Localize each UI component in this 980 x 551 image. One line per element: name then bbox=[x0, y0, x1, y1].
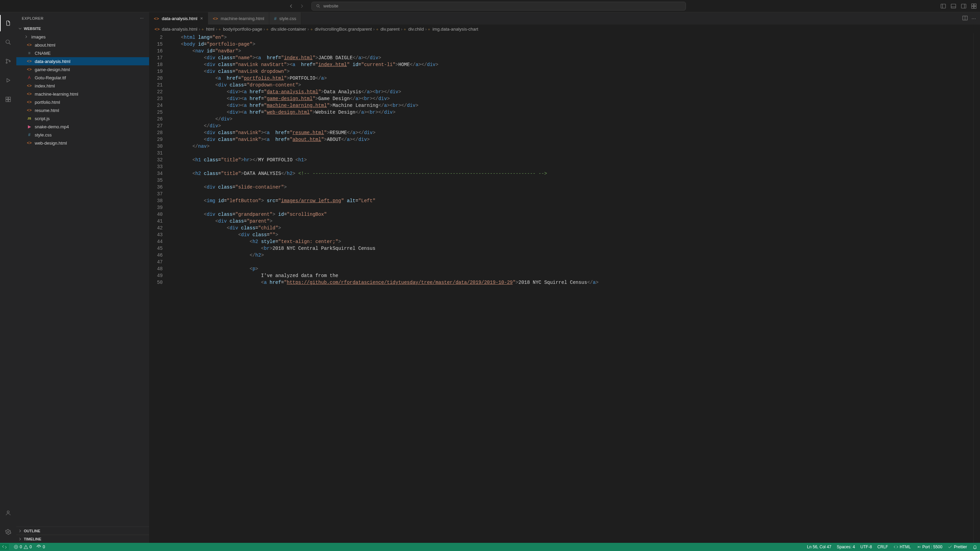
error-icon bbox=[14, 545, 18, 549]
css-icon: # bbox=[274, 16, 277, 21]
svg-point-0 bbox=[317, 5, 319, 7]
file-script[interactable]: JSscript.js bbox=[16, 114, 149, 122]
breadcrumb[interactable]: <> data-analysis.html› ⬦html› ⬦body#port… bbox=[149, 24, 980, 33]
svg-rect-12 bbox=[6, 97, 8, 99]
html-icon: <> bbox=[27, 43, 32, 47]
tab-style-css[interactable]: # style.css bbox=[269, 12, 301, 24]
file-gotu-font[interactable]: AGotu-Regular.ttf bbox=[16, 73, 149, 82]
file-resume[interactable]: <>resume.html bbox=[16, 106, 149, 114]
symbol-icon: ⬦ bbox=[404, 27, 406, 31]
activity-source-control[interactable] bbox=[0, 53, 16, 70]
file-portfolio[interactable]: <>portfolio.html bbox=[16, 98, 149, 106]
folder-images[interactable]: images bbox=[16, 33, 149, 41]
html-icon: <> bbox=[154, 16, 159, 21]
status-live-server[interactable]: Port : 5500 bbox=[916, 545, 943, 549]
warning-icon bbox=[24, 545, 28, 549]
minimap[interactable] bbox=[973, 33, 980, 543]
layout-panel-icon[interactable] bbox=[950, 3, 957, 10]
status-indentation[interactable]: Spaces: 4 bbox=[837, 545, 855, 549]
html-icon: <> bbox=[27, 83, 32, 88]
svg-point-20 bbox=[38, 546, 39, 547]
symbol-icon: ⬦ bbox=[310, 27, 313, 31]
activity-run-debug[interactable] bbox=[0, 72, 16, 89]
status-encoding[interactable]: UTF-8 bbox=[861, 545, 872, 549]
html-icon: <> bbox=[154, 27, 160, 32]
svg-rect-7 bbox=[974, 6, 976, 8]
text-icon: ≡ bbox=[27, 51, 32, 56]
status-eol[interactable]: CRLF bbox=[878, 545, 888, 549]
layout-customize-icon[interactable] bbox=[970, 3, 977, 10]
command-center[interactable]: website bbox=[312, 2, 686, 11]
code-editor[interactable]: 2151617181920212223242526272829303132333… bbox=[149, 33, 980, 543]
titlebar: website bbox=[0, 0, 980, 12]
status-problems[interactable]: 0 0 bbox=[14, 545, 32, 549]
symbol-icon: ⬦ bbox=[202, 27, 204, 31]
search-icon bbox=[316, 4, 321, 8]
more-actions-icon[interactable]: ⋯ bbox=[972, 16, 976, 21]
code-icon bbox=[894, 545, 898, 549]
html-icon: <> bbox=[27, 100, 32, 105]
svg-point-21 bbox=[918, 546, 919, 547]
close-icon[interactable]: × bbox=[200, 16, 203, 21]
svg-rect-15 bbox=[8, 97, 11, 99]
activity-explorer[interactable] bbox=[0, 15, 16, 31]
status-cursor-position[interactable]: Ln 56, Col 47 bbox=[807, 545, 831, 549]
svg-point-11 bbox=[9, 60, 11, 62]
status-bar: 0 0 0 Ln 56, Col 47 Spaces: 4 UTF-8 CRLF… bbox=[0, 543, 980, 551]
svg-rect-1 bbox=[941, 4, 946, 8]
font-icon: A bbox=[27, 75, 32, 80]
explorer-more-icon[interactable]: ⋯ bbox=[140, 16, 144, 21]
file-game-design[interactable]: <>game-design.html bbox=[16, 65, 149, 73]
svg-rect-6 bbox=[972, 6, 974, 8]
timeline-section[interactable]: TIMELINE bbox=[16, 535, 149, 543]
layout-sidebar-right-icon[interactable] bbox=[960, 3, 967, 10]
line-gutter: 2151617181920212223242526272829303132333… bbox=[149, 33, 170, 543]
activity-settings-icon[interactable] bbox=[0, 524, 16, 540]
svg-point-16 bbox=[7, 511, 9, 513]
file-style[interactable]: #style.css bbox=[16, 131, 149, 139]
tab-data-analysis[interactable]: <> data-analysis.html × bbox=[149, 12, 208, 24]
video-icon: ▶ bbox=[27, 124, 32, 129]
activity-account-icon[interactable] bbox=[0, 505, 16, 521]
nav-back-icon[interactable] bbox=[287, 2, 295, 10]
file-machine-learning[interactable]: <>machine-learning.html bbox=[16, 90, 149, 98]
css-icon: # bbox=[27, 132, 32, 137]
activity-extensions[interactable] bbox=[0, 91, 16, 108]
symbol-icon: ⬦ bbox=[266, 27, 269, 31]
file-snake-demo[interactable]: ▶snake-demo.mp4 bbox=[16, 122, 149, 131]
symbol-icon: ⬦ bbox=[218, 27, 221, 31]
html-icon: <> bbox=[27, 59, 32, 64]
html-icon: <> bbox=[27, 108, 32, 113]
activity-bar bbox=[0, 12, 16, 543]
status-language[interactable]: HTML bbox=[894, 545, 911, 549]
remote-indicator[interactable] bbox=[0, 544, 9, 550]
html-icon: <> bbox=[27, 67, 32, 72]
outline-section[interactable]: OUTLINE bbox=[16, 527, 149, 535]
status-notifications-icon[interactable] bbox=[972, 545, 977, 549]
status-ports[interactable]: 0 bbox=[37, 545, 45, 549]
nav-forward-icon[interactable] bbox=[298, 2, 306, 10]
project-folder[interactable]: WEBSITE bbox=[16, 24, 149, 33]
svg-rect-5 bbox=[974, 4, 976, 6]
file-index[interactable]: <>index.html bbox=[16, 82, 149, 90]
file-data-analysis[interactable]: <>data-analysis.html bbox=[16, 57, 149, 65]
svg-point-17 bbox=[8, 531, 9, 533]
js-icon: JS bbox=[27, 117, 32, 120]
svg-rect-4 bbox=[972, 4, 974, 6]
file-web-design[interactable]: <>web-design.html bbox=[16, 139, 149, 147]
layout-sidebar-left-icon[interactable] bbox=[940, 3, 947, 10]
sidebar-explorer: EXPLORER ⋯ WEBSITE images <>about.html ≡… bbox=[16, 12, 149, 543]
chevron-right-icon bbox=[18, 529, 22, 533]
html-icon: <> bbox=[27, 92, 32, 96]
code-content[interactable]: <html lang="en"> <body id="portfolio-pag… bbox=[170, 33, 973, 543]
editor-area: <> data-analysis.html × <> machine-learn… bbox=[149, 12, 980, 543]
symbol-icon: ⬦ bbox=[428, 27, 430, 31]
file-about[interactable]: <>about.html bbox=[16, 41, 149, 49]
tab-machine-learning[interactable]: <> machine-learning.html bbox=[208, 12, 269, 24]
file-cname[interactable]: ≡CNAME bbox=[16, 49, 149, 57]
svg-point-10 bbox=[6, 62, 8, 64]
split-editor-icon[interactable] bbox=[962, 15, 968, 22]
activity-search[interactable] bbox=[0, 34, 16, 50]
chevron-down-icon bbox=[18, 26, 22, 31]
status-prettier[interactable]: Prettier bbox=[948, 545, 967, 549]
